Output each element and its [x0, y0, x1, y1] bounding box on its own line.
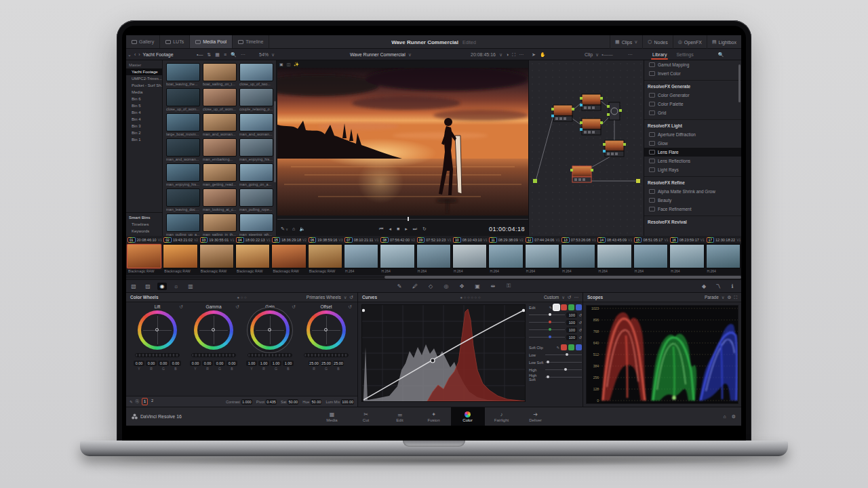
reset-icon[interactable]: ↺: [349, 304, 352, 310]
settings-gear-icon[interactable]: ⚙: [732, 414, 736, 420]
scope-mode-select[interactable]: Parade: [705, 295, 719, 300]
wheel-value[interactable]: 25.00: [309, 361, 319, 366]
slider-knob[interactable]: [547, 375, 549, 378]
library-effect-item[interactable]: Light Rays: [644, 165, 741, 174]
sort-icon[interactable]: ⇅: [207, 52, 211, 58]
timeline-clip[interactable]: H.264: [596, 243, 632, 275]
timeline-clip[interactable]: H.264: [488, 243, 524, 275]
slider-knob[interactable]: [564, 368, 567, 371]
adjustment-value[interactable]: 0.435: [266, 399, 277, 405]
step-back-icon[interactable]: ◂: [389, 226, 391, 232]
loop-playback-icon[interactable]: ↻: [422, 226, 427, 232]
pencil-icon[interactable]: ✎: [556, 346, 559, 350]
lut-browser-icon[interactable]: ▨: [143, 283, 153, 289]
search-icon[interactable]: 🔍: [231, 52, 237, 58]
edit-mode-icon[interactable]: ✎: [130, 400, 133, 404]
expand-icon[interactable]: ⛶: [512, 52, 515, 58]
qualifier-icon[interactable]: 🖉: [410, 283, 420, 289]
adjustment-value[interactable]: 100.00: [341, 399, 354, 405]
reset-icon[interactable]: ↺: [578, 336, 582, 340]
auto-icon[interactable]: Ⓐ: [136, 399, 140, 404]
master-wheel[interactable]: [304, 353, 349, 357]
sidebar-bin-item[interactable]: Bin 6: [126, 96, 162, 102]
wheel-value[interactable]: 0.00: [190, 361, 201, 366]
wheel-value[interactable]: 0.00: [226, 361, 237, 366]
timeline-clip[interactable]: H.264: [524, 243, 560, 275]
timeline-clip-header[interactable]: 1408:43:45:09V1: [596, 236, 632, 243]
node-graph-panel[interactable]: [529, 60, 644, 236]
slider-track[interactable]: [545, 362, 582, 363]
library-effect-item[interactable]: Lens Flare: [644, 148, 741, 157]
pencil-icon[interactable]: ✎: [549, 306, 552, 310]
reset-icon[interactable]: ↺: [236, 304, 239, 310]
media-clip[interactable]: close_up_of_wom...: [203, 88, 237, 111]
reset-icon[interactable]: ↺: [350, 295, 353, 300]
more-options-icon[interactable]: ⋯: [241, 52, 245, 58]
go-to-end-icon[interactable]: ⏭: [413, 226, 417, 232]
tab-luts[interactable]: LUTs: [160, 35, 190, 48]
channel-slider[interactable]: [529, 329, 565, 330]
more-options-icon[interactable]: ⋯: [574, 295, 579, 300]
wheel-value[interactable]: 25.00: [321, 361, 332, 366]
library-effect-item[interactable]: Grid: [644, 108, 741, 117]
curves-mode-select[interactable]: Custom: [544, 295, 559, 300]
sidebar-item-keywords[interactable]: Keywords: [126, 228, 162, 235]
timeline-clip-header[interactable]: 1608:23:59:17V1: [669, 236, 705, 243]
tab-timeline[interactable]: Timeline: [233, 35, 269, 48]
power-window-icon[interactable]: ◇: [426, 283, 435, 289]
timeline-clip[interactable]: Blackmagic RAW: [235, 243, 271, 275]
library-scrollbar[interactable]: [738, 64, 741, 102]
media-clip[interactable]: boat_leaving_the...: [166, 63, 200, 86]
tab-library[interactable]: Library: [650, 49, 669, 60]
reset-icon[interactable]: ↺: [568, 295, 571, 300]
wheels-mode-select[interactable]: Primaries Wheels: [307, 295, 341, 300]
timeline-clip[interactable]: H.264: [560, 243, 596, 275]
key-icon[interactable]: ⚿: [504, 283, 513, 289]
timeline-clip[interactable]: Blackmagic RAW: [271, 243, 307, 275]
media-clip[interactable]: man_and_woman...: [203, 113, 237, 136]
media-clip[interactable]: man_pulling_rope...: [239, 188, 273, 211]
media-clip[interactable]: man_going_on_a...: [239, 163, 273, 186]
timeline-clip-header[interactable]: 0219:43:21:02V2: [162, 236, 198, 243]
channel-button-b[interactable]: [576, 304, 582, 310]
slider-track[interactable]: [545, 354, 582, 355]
timeline-clip-header[interactable]: 0807:56:42:00V2: [379, 236, 415, 243]
project-manager-icon[interactable]: ⌂: [723, 414, 726, 419]
timeline-clip[interactable]: Blackmagic RAW: [162, 243, 198, 275]
adjustment-value[interactable]: 1.000: [241, 399, 252, 405]
chevron-down-icon[interactable]: ∨: [344, 295, 347, 300]
chevron-down-icon[interactable]: ∨: [561, 295, 565, 300]
magic-mask-icon[interactable]: ▣: [473, 283, 482, 289]
library-effect-item[interactable]: Glow: [644, 139, 741, 148]
wheel-value[interactable]: 1.00: [258, 361, 269, 366]
timeline-clip-header[interactable]: 0907:52:10:23V1: [416, 236, 452, 243]
channel-button-r[interactable]: [561, 304, 567, 310]
media-clip[interactable]: man_and_woman...: [166, 138, 200, 161]
forward-icon[interactable]: ›: [138, 52, 140, 57]
channel-slider[interactable]: [529, 322, 565, 323]
button-openfx[interactable]: ◎OpenFX: [673, 35, 707, 49]
media-clip[interactable]: close_up_of_wom...: [166, 88, 200, 111]
back-icon[interactable]: ‹: [134, 52, 136, 57]
sidebar-bin-item[interactable]: Yacht Footage: [126, 68, 162, 75]
media-clip[interactable]: man_looking_at_c...: [203, 188, 237, 211]
timeline-clip-header[interactable]: 0518:36:29:18V2: [271, 236, 307, 243]
slider-knob[interactable]: [547, 361, 549, 363]
hdr-wheels-icon[interactable]: ☼: [172, 283, 181, 289]
sidebar-bin-item[interactable]: Bin 3: [126, 123, 162, 129]
timeline-clip-header[interactable]: 1108:29:38:09V2: [488, 236, 524, 243]
button-lightbox[interactable]: ▤Lightbox: [707, 35, 741, 49]
channel-button-y[interactable]: [553, 304, 559, 310]
list-view-icon[interactable]: ≡: [224, 52, 226, 57]
timeline-clip[interactable]: Blackmagic RAW: [199, 243, 235, 275]
timeline-clip-header[interactable]: 1508:51:05:17V1: [633, 236, 669, 243]
play-icon[interactable]: ▸: [405, 226, 408, 232]
media-clip[interactable]: man_embarking...: [203, 138, 237, 161]
library-effect-item[interactable]: Color Palette: [644, 100, 741, 108]
timeline-clip-header[interactable]: 1008:10:43:10V1: [452, 236, 488, 243]
library-effect-item[interactable]: Invert Color: [644, 69, 741, 78]
curves-graph[interactable]: [361, 304, 526, 402]
button-clips[interactable]: ▦Clips∨: [610, 35, 642, 49]
media-clip[interactable]: man_steering_wh...: [239, 214, 273, 236]
wheel-value[interactable]: 1.00: [283, 361, 294, 366]
